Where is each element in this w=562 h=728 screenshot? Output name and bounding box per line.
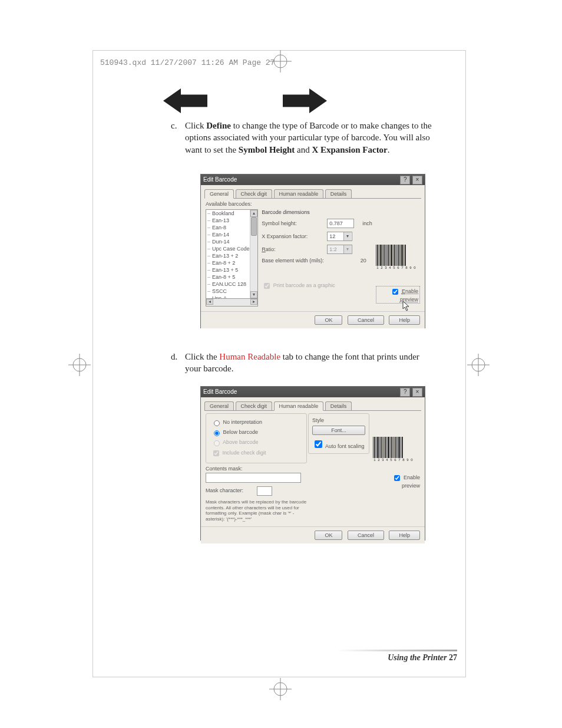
auto-font-checkbox[interactable]: Auto font scaling: [312, 443, 365, 449]
enable-preview-checkbox[interactable]: [392, 289, 398, 295]
contents-mask-input[interactable]: [206, 473, 301, 483]
nav-arrows: [163, 88, 446, 124]
base-width-label: Base element width (mils):: [262, 258, 335, 263]
tab-details[interactable]: Details: [325, 189, 352, 198]
step-letter: d.: [171, 351, 177, 363]
group-label: Barcode dimensions: [262, 209, 372, 215]
scroll-left-icon[interactable]: ◂: [206, 299, 213, 305]
radio-above: Above barcode: [211, 437, 302, 447]
symbol-height-label: Symbol height:: [262, 220, 323, 226]
scroll-thumb[interactable]: [251, 217, 257, 236]
enable-preview-checkbox[interactable]: [394, 475, 400, 481]
text: Click the: [185, 352, 219, 361]
available-barcodes-label: Available barcodes:: [201, 199, 425, 207]
text: and: [295, 145, 312, 154]
symbol-height-input[interactable]: 0.787: [327, 219, 354, 228]
crop-header: 510943.qxd 11/27/2007 11:26 AM Page 27: [100, 58, 275, 67]
ratio-select: 1:2: [327, 245, 352, 254]
help-button[interactable]: Help: [389, 531, 420, 540]
tab-human-readable[interactable]: Human readable: [274, 189, 324, 198]
radio-below[interactable]: Below barcode: [211, 427, 302, 437]
bold-symbol-height: Symbol Height: [239, 145, 295, 154]
barcode-digits: 1 2 3 4 5 6 7 8 9 0: [376, 266, 417, 269]
tab-human-readable[interactable]: Human readable: [274, 401, 324, 411]
crop-mark-icon: [269, 678, 292, 700]
bold-xexp: X Expansion Factor: [312, 145, 387, 154]
cancel-button[interactable]: Cancel: [348, 315, 384, 325]
edit-barcode-dialog-human-readable: Edit Barcode ? × General Check digit Hum…: [200, 386, 425, 541]
help-icon[interactable]: ?: [400, 388, 410, 397]
print-graphic-label: Print barcode as a graphic: [273, 282, 335, 288]
dialog-title: Edit Barcode: [203, 387, 237, 397]
scroll-up-icon[interactable]: ▴: [250, 210, 257, 217]
cancel-button[interactable]: Cancel: [348, 531, 384, 540]
tab-details[interactable]: Details: [325, 401, 352, 410]
mask-char-input[interactable]: [257, 486, 272, 496]
scrollbar-h[interactable]: ◂ ▸: [206, 299, 258, 307]
red-human-readable: Human Readable: [219, 352, 280, 361]
crop-mark-icon: [68, 354, 91, 376]
step-d: d. Click the Human Readable tab to chang…: [185, 351, 432, 375]
mask-note: Mask characters will be replaced by the …: [206, 499, 307, 522]
page-footer: Using the Printer 27: [388, 653, 457, 663]
section-title: Using the Printer: [388, 653, 447, 662]
next-arrow-icon[interactable]: [283, 88, 327, 113]
ok-button[interactable]: OK: [315, 531, 342, 540]
tab-check-digit[interactable]: Check digit: [236, 401, 273, 410]
base-width-value: 20: [361, 258, 372, 263]
svg-marker-13: [283, 88, 327, 113]
text: .: [388, 145, 390, 154]
crop-mark-icon: [269, 50, 292, 73]
radio-none[interactable]: No interpretation: [211, 417, 302, 427]
page-number: 27: [449, 653, 457, 662]
barcode-digits: 1 2 3 4 5 6 7 8 9 0: [373, 458, 414, 462]
enable-preview-label: Enable preview: [402, 475, 420, 489]
contents-mask-label: Contents mask:: [206, 466, 307, 472]
close-icon[interactable]: ×: [412, 388, 422, 397]
mask-char-label: Mask character:: [206, 487, 243, 493]
xexp-select[interactable]: 12: [327, 232, 352, 241]
help-icon[interactable]: ?: [400, 176, 410, 185]
ratio-label: Ratio:: [262, 246, 323, 252]
interpretation-radio-group: No interpretation Below barcode Above ba…: [211, 417, 302, 459]
unit-label: inch: [362, 220, 372, 226]
barcode-list[interactable]: Bookland Ean-13 Ean-8 Ean-14 Dun-14 Upc …: [206, 209, 258, 299]
scroll-down-icon[interactable]: ▾: [250, 291, 257, 298]
close-icon[interactable]: ×: [412, 176, 422, 185]
footer-divider: [336, 650, 457, 651]
edit-barcode-dialog-general: Edit Barcode ? × General Check digit Hum…: [200, 174, 425, 328]
print-graphic-checkbox: [264, 283, 270, 289]
step-letter: c.: [171, 120, 177, 131]
ok-button[interactable]: OK: [315, 315, 342, 325]
titlebar: Edit Barcode ? ×: [201, 387, 425, 397]
tab-strip: General Check digit Human readable Detai…: [204, 189, 421, 199]
scroll-right-icon[interactable]: ▸: [250, 299, 257, 305]
crop-mark-icon: [467, 354, 490, 376]
titlebar: Edit Barcode ? ×: [201, 174, 425, 185]
dialog-title: Edit Barcode: [203, 174, 237, 185]
scrollbar[interactable]: ▴ ▾: [250, 210, 257, 298]
text: Click: [185, 121, 206, 130]
tab-strip: General Check digit Human readable Detai…: [204, 401, 421, 411]
tab-check-digit[interactable]: Check digit: [236, 189, 273, 198]
font-button[interactable]: Font...: [312, 426, 365, 435]
tab-general[interactable]: General: [204, 401, 234, 410]
step-c: c. Click Define to change the type of Ba…: [185, 120, 432, 156]
barcode-preview: 1 2 3 4 5 6 7 8 9 0: [373, 437, 414, 462]
barcode-preview: 1 2 3 4 5 6 7 8 9 0: [376, 245, 417, 269]
cursor-icon: [402, 301, 412, 312]
bold-define: Define: [206, 121, 231, 130]
svg-marker-12: [163, 88, 207, 113]
prev-arrow-icon[interactable]: [163, 88, 207, 113]
xexp-label: X Expansion factor:: [262, 233, 323, 239]
tab-general[interactable]: General: [204, 189, 234, 199]
style-label: Style: [312, 417, 365, 423]
include-check-checkbox: Include check digit: [211, 447, 302, 459]
help-button[interactable]: Help: [389, 315, 420, 325]
